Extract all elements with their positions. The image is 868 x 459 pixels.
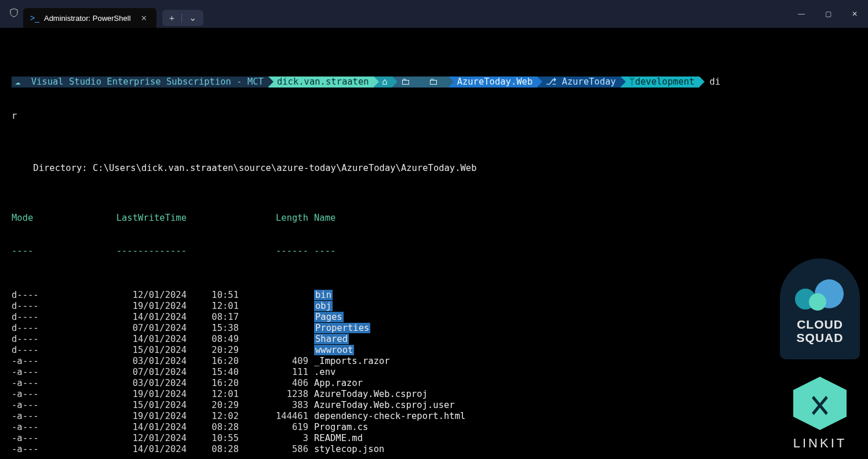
file-name: AzureToday.Web.csproj — [308, 389, 428, 400]
table-row: d----15/01/202420:29wwwroot — [12, 345, 856, 356]
listing-rows: d----12/01/202410:51bind----19/01/202412… — [12, 290, 856, 455]
prompt-subscription: ☁ Visual Studio Enterprise Subscription … — [12, 76, 268, 88]
table-row: -a---14/01/202408:28586stylecop.json — [12, 444, 856, 455]
file-name: Program.cs — [308, 422, 368, 433]
directory-name: Pages — [314, 312, 344, 322]
folder-icon — [424, 76, 438, 88]
prompt-branch: development — [621, 76, 699, 88]
close-window-button[interactable]: ✕ — [841, 2, 868, 26]
file-name: _Imports.razor — [308, 356, 390, 367]
directory-name: Shared — [314, 334, 349, 344]
listing-header: ModeLastWriteTimeLengthName — [12, 213, 856, 224]
prompt-project-folder: AzureToday.Web — [448, 76, 538, 88]
watermark-logos: CLOUDSQUAD ✕ LINKIT — [772, 247, 868, 459]
file-name: App.razor — [308, 378, 363, 389]
table-row: -a---14/01/202408:28619Program.cs — [12, 422, 856, 433]
new-tab-group: + ⌄ — [162, 10, 203, 26]
table-row: -a---03/01/202416:20409_Imports.razor — [12, 356, 856, 367]
terminal-body[interactable]: ☁ Visual Studio Enterprise Subscription … — [0, 28, 868, 459]
table-row: d----07/01/202415:38Properties — [12, 323, 856, 334]
powershell-icon: >_ — [30, 13, 39, 23]
file-name: .env — [308, 367, 335, 378]
maximize-button[interactable]: ▢ — [815, 2, 841, 26]
table-row: -a---15/01/202420:29383AzureToday.Web.cs… — [12, 400, 856, 411]
prompt-row: ☁ Visual Studio Enterprise Subscription … — [12, 76, 856, 88]
hexagon-icon: ✕ — [793, 377, 847, 430]
table-row: -a---19/01/202412:02144461dependency-che… — [12, 411, 856, 422]
shield-icon — [5, 6, 23, 22]
file-name: dependency-check-report.html — [308, 411, 465, 422]
table-row: d----14/01/202408:17Pages — [12, 312, 856, 323]
directory-name: obj — [314, 301, 333, 311]
file-name: stylecop.json — [308, 444, 384, 455]
directory-header: Directory: C:\Users\dick.van.straaten\so… — [12, 163, 856, 174]
minimize-button[interactable]: — — [788, 2, 815, 26]
window-controls: — ▢ ✕ — [788, 2, 868, 26]
table-row: -a---12/01/202410:553README.md — [12, 433, 856, 444]
listing-header-dashes: --------------------------- — [12, 246, 856, 257]
linkit-logo: ✕ LINKIT — [793, 377, 847, 451]
table-row: -a---19/01/202412:011238AzureToday.Web.c… — [12, 389, 856, 400]
cloud-icon — [794, 278, 846, 311]
prompt-repo: AzureToday — [537, 76, 621, 88]
titlebar: >_ Administrator: PowerShell ✕ + ⌄ — ▢ ✕ — [0, 0, 868, 28]
directory-name: Properties — [314, 323, 370, 333]
cloud-squad-logo: CLOUDSQUAD — [780, 258, 860, 359]
file-name: README.md — [308, 433, 363, 444]
folder-icon — [396, 76, 410, 88]
terminal-tab[interactable]: >_ Administrator: PowerShell ✕ — [23, 8, 156, 28]
directory-name: bin — [314, 290, 333, 300]
command-wrap: r — [12, 111, 856, 122]
prompt-user: dick.van.straaten — [268, 76, 374, 88]
table-row: -a---07/01/202415:40111.env — [12, 367, 856, 378]
directory-name: wwwroot — [314, 345, 354, 355]
table-row: d----14/01/202408:49Shared — [12, 334, 856, 345]
tab-dropdown-button[interactable]: ⌄ — [184, 12, 201, 24]
table-row: -a---03/01/202416:20406App.razor — [12, 378, 856, 389]
git-icon — [541, 76, 556, 88]
file-name: AzureToday.Web.csproj.user — [308, 400, 455, 411]
table-row: d----19/01/202412:01obj — [12, 301, 856, 312]
new-tab-button[interactable]: + — [165, 12, 179, 24]
close-tab-icon[interactable]: ✕ — [137, 13, 151, 24]
divider — [181, 13, 182, 23]
table-row: d----12/01/202410:51bin — [12, 290, 856, 301]
tab-title: Administrator: PowerShell — [44, 14, 131, 23]
